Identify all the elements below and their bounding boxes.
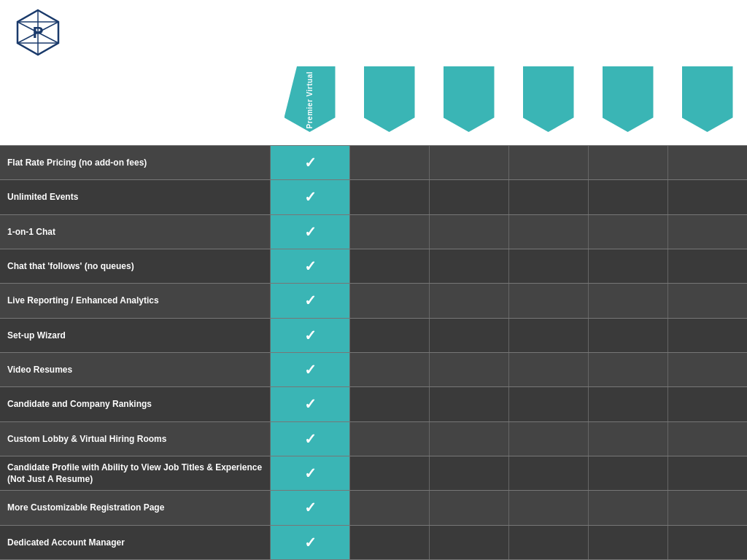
check-cell-1 [349, 249, 429, 283]
check-cell-2 [429, 180, 508, 214]
check-cell-5 [667, 456, 747, 490]
check-cell-5 [667, 353, 747, 386]
checkmark-icon: ✓ [304, 430, 317, 448]
check-cell-0: ✓ [270, 249, 349, 283]
check-cell-3 [508, 215, 588, 249]
checkmark-icon: ✓ [304, 292, 317, 309]
col-tab-col4 [508, 66, 588, 145]
row-label-cell: 1-on-1 Chat [0, 215, 270, 249]
col-tab-col5 [588, 66, 667, 145]
row-cells: ✓ [270, 319, 747, 352]
check-cell-1 [349, 456, 429, 490]
table-row: Flat Rate Pricing (no add-on fees)✓ [0, 145, 747, 179]
check-cell-3 [508, 319, 588, 352]
check-cell-3 [508, 249, 588, 283]
check-cell-3 [508, 284, 588, 317]
row-label-cell: Live Reporting / Enhanced Analytics [0, 284, 270, 317]
check-cell-1 [349, 526, 429, 559]
row-label-cell: Custom Lobby & Virtual Hiring Rooms [0, 422, 270, 456]
check-cell-0: ✓ [270, 284, 349, 317]
row-cells: ✓ [270, 284, 747, 317]
check-cell-2 [429, 249, 508, 283]
row-label-cell: Candidate Profile with Ability to View J… [0, 456, 270, 490]
row-cells: ✓ [270, 353, 747, 386]
check-cell-2 [429, 491, 508, 524]
row-cells: ✓ [270, 456, 747, 490]
table-row: Custom Lobby & Virtual Hiring Rooms✓ [0, 421, 747, 456]
check-cell-5 [667, 284, 747, 317]
row-cells: ✓ [270, 249, 747, 283]
logo-row: P [15, 9, 732, 59]
check-cell-1 [349, 353, 429, 386]
header: P [0, 0, 747, 66]
check-cell-1 [349, 180, 429, 214]
row-label: Custom Lobby & Virtual Hiring Rooms [7, 433, 166, 445]
check-cell-2 [429, 387, 508, 421]
check-cell-4 [588, 215, 667, 249]
check-cell-1 [349, 215, 429, 249]
check-cell-0: ✓ [270, 456, 349, 490]
check-cell-0: ✓ [270, 215, 349, 249]
table-row: Live Reporting / Enhanced Analytics✓ [0, 283, 747, 317]
check-cell-0: ✓ [270, 422, 349, 456]
check-cell-2 [429, 215, 508, 249]
page-wrapper: P Premier Virtual Flat Rate Pricing (no … [0, 0, 747, 560]
row-label: Chat that 'follows' (no queues) [7, 260, 134, 272]
check-cell-4 [588, 319, 667, 352]
checkmark-icon: ✓ [304, 464, 317, 482]
checkmark-icon: ✓ [304, 534, 317, 551]
check-cell-2 [429, 353, 508, 386]
table-row: 1-on-1 Chat✓ [0, 214, 747, 249]
row-label-cell: Dedicated Account Manager [0, 526, 270, 559]
check-cell-0: ✓ [270, 353, 349, 386]
check-cell-5 [667, 319, 747, 352]
row-label: Set-up Wizard [7, 330, 66, 341]
check-cell-4 [588, 249, 667, 283]
row-label: Flat Rate Pricing (no add-on fees) [7, 157, 147, 168]
row-label: Dedicated Account Manager [7, 537, 125, 548]
row-label: More Customizable Registration Page [7, 502, 164, 513]
check-cell-1 [349, 491, 429, 524]
table-row: Candidate and Company Rankings✓ [0, 386, 747, 421]
check-cell-0: ✓ [270, 146, 349, 179]
row-cells: ✓ [270, 526, 747, 559]
check-cell-5 [667, 526, 747, 559]
check-cell-3 [508, 353, 588, 386]
checkmark-icon: ✓ [304, 188, 317, 206]
row-cells: ✓ [270, 387, 747, 421]
check-cell-0: ✓ [270, 526, 349, 559]
headers-left-spacer [0, 66, 270, 145]
content-section: Premier Virtual Flat Rate Pricing (no ad… [0, 66, 747, 560]
check-cell-2 [429, 319, 508, 352]
row-label-cell: Video Resumes [0, 353, 270, 386]
check-cell-1 [349, 146, 429, 179]
row-label: Live Reporting / Enhanced Analytics [7, 295, 159, 306]
check-cell-4 [588, 180, 667, 214]
checkmark-icon: ✓ [304, 223, 317, 241]
check-cell-4 [588, 387, 667, 421]
check-cell-3 [508, 456, 588, 490]
check-cell-3 [508, 180, 588, 214]
row-label: Candidate Profile with Ability to View J… [7, 462, 263, 485]
col-tab-col3 [429, 66, 508, 145]
row-cells: ✓ [270, 491, 747, 524]
check-cell-5 [667, 491, 747, 524]
checkmark-icon: ✓ [304, 257, 317, 275]
row-cells: ✓ [270, 215, 747, 249]
table-row: Dedicated Account Manager✓ [0, 525, 747, 560]
check-cell-0: ✓ [270, 387, 349, 421]
checkmark-icon: ✓ [304, 154, 317, 171]
row-cells: ✓ [270, 146, 747, 179]
table-row: Chat that 'follows' (no queues)✓ [0, 249, 747, 283]
check-cell-0: ✓ [270, 319, 349, 352]
check-cell-1 [349, 319, 429, 352]
check-cell-3 [508, 387, 588, 421]
checkmark-icon: ✓ [304, 395, 317, 413]
check-cell-2 [429, 146, 508, 179]
check-cell-2 [429, 456, 508, 490]
checkmark-icon: ✓ [304, 361, 317, 378]
check-cell-4 [588, 456, 667, 490]
logo-icon: P [15, 9, 62, 59]
checkmark-icon: ✓ [304, 499, 317, 516]
check-cell-0: ✓ [270, 491, 349, 524]
